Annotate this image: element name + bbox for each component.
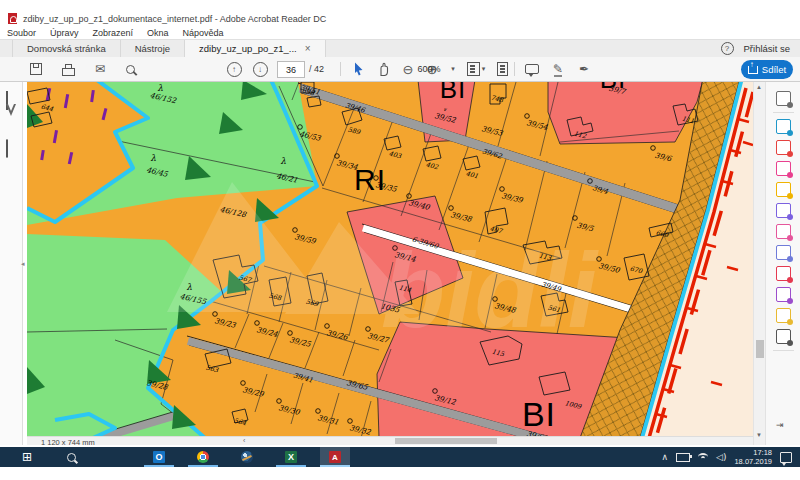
- menu-item-3[interactable]: Okna: [147, 28, 169, 38]
- taskbar-start-icon[interactable]: ⊞: [12, 447, 42, 467]
- tab-2[interactable]: zdiby_uz_up_po_z1_...×: [185, 40, 326, 57]
- scroll-down-icon[interactable]: ▼: [756, 432, 762, 438]
- window-title: zdiby_uz_up_po_z1_dokumentace_internet.p…: [23, 14, 326, 24]
- horizontal-scroll-thumb[interactable]: [395, 438, 497, 444]
- zoom-level-value[interactable]: 600%: [414, 64, 444, 74]
- tab-close-icon[interactable]: ×: [305, 43, 311, 54]
- scroll-up-icon[interactable]: ▲: [756, 84, 762, 90]
- page-fit-icon[interactable]: ▾: [466, 60, 486, 78]
- search-icon[interactable]: [120, 60, 140, 78]
- map-label--: λ: [150, 153, 156, 163]
- sign-pen-icon[interactable]: ✒: [574, 60, 594, 78]
- previous-page-icon[interactable]: ↑: [224, 60, 244, 78]
- attachments-icon[interactable]: [6, 140, 8, 158]
- main-toolbar: ✉ ↑ ↓ 36 / 42 ⊖ ⊕ 600% ▾ ▾ ✎ ✒ Sdílet: [0, 57, 800, 82]
- title-bar: zdiby_uz_up_po_z1_dokumentace_internet.p…: [0, 0, 800, 26]
- comment-icon[interactable]: [766, 179, 800, 200]
- help-icon[interactable]: ?: [721, 42, 734, 55]
- system-tray: ∧ ◁) 17:18 18.07.2019: [661, 447, 800, 467]
- taskbar: ⊞OXA ∧ ◁) 17:18 18.07.2019: [0, 447, 800, 467]
- map-label--: λ: [280, 156, 286, 166]
- menu-item-2[interactable]: Zobrazení: [93, 28, 134, 38]
- action-center-icon[interactable]: [780, 452, 792, 463]
- share-button[interactable]: Sdílet: [741, 60, 793, 79]
- stamp-icon[interactable]: [766, 305, 800, 326]
- menu-item-0[interactable]: Soubor: [7, 28, 36, 38]
- menu-item-4[interactable]: Nápověda: [183, 28, 224, 38]
- taskbar-search-icon[interactable]: [56, 447, 86, 467]
- taskbar-file-explorer-icon[interactable]: [100, 447, 130, 467]
- tools-panel: ⇥: [765, 82, 800, 445]
- edit-pdf-icon[interactable]: [766, 158, 800, 179]
- map-label--: λ: [157, 83, 163, 93]
- page-scroll-mode-icon[interactable]: [492, 60, 512, 78]
- panel-expand-icon[interactable]: ⇥: [776, 420, 784, 430]
- vertical-scrollbar[interactable]: ▲ ▼: [753, 82, 765, 445]
- search-tools-icon[interactable]: [766, 88, 800, 109]
- map-label--: λ: [186, 282, 192, 292]
- tab-bar: Domovská stránkaNástrojezdiby_uz_up_po_z…: [0, 39, 800, 57]
- more-tools-icon[interactable]: [766, 326, 800, 347]
- screen: { "window": { "title": "zdiby_uz_up_po_z…: [0, 0, 800, 480]
- wifi-icon[interactable]: [698, 453, 708, 461]
- svg-text:bidli: bidli: [381, 232, 599, 349]
- comment-icon[interactable]: [522, 60, 542, 78]
- tab-1[interactable]: Nástroje: [121, 40, 185, 57]
- map-label-RI: RI: [354, 163, 386, 196]
- map-label-BI: BI: [440, 82, 467, 104]
- share-icon: [748, 66, 758, 74]
- create-pdf-icon[interactable]: [766, 137, 800, 158]
- export-pdf-icon[interactable]: [766, 116, 800, 137]
- tray-time: 17:18: [734, 448, 772, 457]
- tray-date: 18.07.2019: [734, 457, 772, 466]
- pdf-page-map[interactable]: bidli RIBIBIBI46/15246/4546/2146/12846/1…: [27, 82, 753, 436]
- sign-in-link[interactable]: Přihlásit se: [744, 43, 790, 54]
- vertical-scroll-thumb[interactable]: [756, 340, 764, 358]
- map-label-BI: BI: [522, 395, 556, 433]
- scroll-left-icon[interactable]: ‹: [243, 437, 245, 444]
- page-size-indicator: 1 120 x 744 mm: [41, 438, 95, 447]
- menu-item-1[interactable]: Úpravy: [50, 28, 79, 38]
- next-page-icon[interactable]: ↓: [250, 60, 270, 78]
- save-icon[interactable]: [26, 60, 46, 78]
- bookmarks-icon[interactable]: [6, 116, 16, 134]
- tab-0[interactable]: Domovská stránka: [12, 40, 121, 57]
- page-number-input[interactable]: 36: [277, 61, 305, 78]
- tray-chevron-icon[interactable]: ∧: [661, 452, 668, 462]
- page-count-label: / 42: [309, 64, 324, 74]
- compress-pdf-icon[interactable]: [766, 263, 800, 284]
- pencil-icon[interactable]: ✎: [548, 60, 568, 78]
- taskbar-excel-icon[interactable]: X: [276, 447, 306, 467]
- menu-bar: SouborÚpravyZobrazeníOknaNápověda: [0, 26, 800, 39]
- select-tool-icon[interactable]: [348, 60, 368, 78]
- clock[interactable]: 17:18 18.07.2019: [734, 448, 772, 467]
- volume-icon[interactable]: ◁): [716, 452, 726, 462]
- taskbar-chrome-icon[interactable]: [188, 447, 218, 467]
- email-icon[interactable]: ✉: [90, 60, 110, 78]
- taskbar-outlook-icon[interactable]: O: [144, 447, 174, 467]
- horizontal-scrollbar[interactable]: 1 120 x 744 mm ‹: [27, 436, 753, 445]
- zoom-dropdown-icon[interactable]: ▾: [443, 60, 463, 78]
- combine-files-icon[interactable]: [766, 200, 800, 221]
- panel-collapse-icon[interactable]: ◂: [21, 260, 25, 268]
- certificates-icon[interactable]: [766, 284, 800, 305]
- protect-icon[interactable]: [766, 242, 800, 263]
- print-icon[interactable]: [58, 60, 78, 78]
- left-sidebar: [0, 82, 23, 445]
- fill-and-sign-icon[interactable]: [766, 221, 800, 242]
- battery-icon[interactable]: [676, 453, 690, 462]
- taskbar-acrobat-icon[interactable]: A: [320, 447, 350, 467]
- hand-tool-icon[interactable]: [374, 60, 394, 78]
- taskbar-app-globe-icon[interactable]: [232, 447, 262, 467]
- pdf-file-icon: [8, 13, 17, 24]
